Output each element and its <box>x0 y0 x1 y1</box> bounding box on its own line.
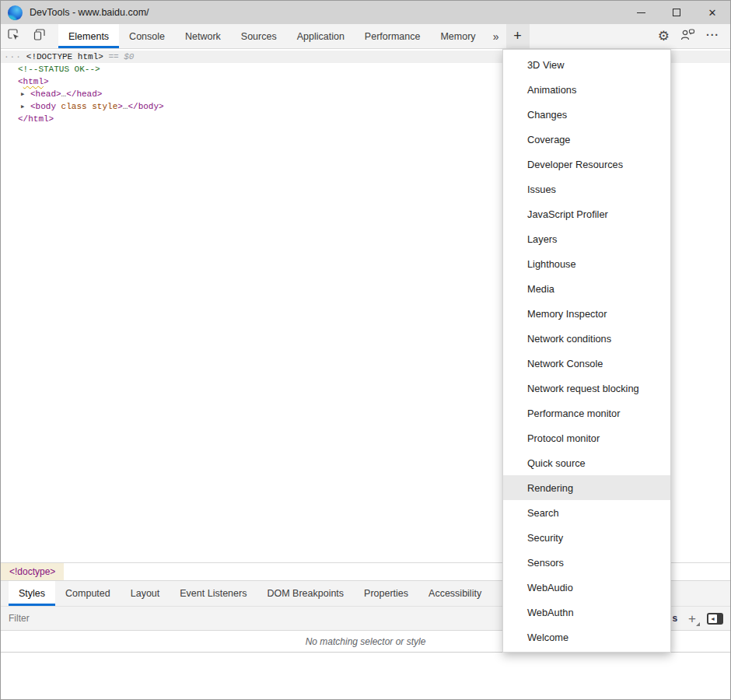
menu-item-welcome[interactable]: Welcome <box>503 625 670 649</box>
menu-item-coverage[interactable]: Coverage <box>503 127 670 152</box>
code-segment: class style <box>56 102 117 111</box>
window-title: DevTools - www.baidu.com/ <box>30 7 149 18</box>
menu-item-layers[interactable]: Layers <box>503 226 670 251</box>
menu-item-developer-resources[interactable]: Developer Resources <box>503 152 670 177</box>
tab-memory[interactable]: Memory <box>430 24 485 48</box>
ellipsis-icon: ··· <box>706 29 719 41</box>
more-tabs-button[interactable]: » <box>486 24 506 48</box>
code-segment: < <box>18 77 23 86</box>
plus-icon: + <box>688 611 696 626</box>
close-button[interactable]: ✕ <box>694 1 730 24</box>
menu-item-protocol-monitor[interactable]: Protocol monitor <box>503 425 670 450</box>
gear-icon: ⚙ <box>658 29 670 44</box>
device-emulation-button[interactable] <box>26 24 52 48</box>
toggle-element-classes-button[interactable]: s <box>672 613 677 624</box>
device-emulation-icon <box>33 28 46 44</box>
menu-item-webaudio[interactable]: WebAudio <box>503 575 670 600</box>
menu-item-network-console[interactable]: Network Console <box>503 351 670 376</box>
toolbar-tab-strip: ElementsConsoleNetworkSourcesApplication… <box>58 24 486 48</box>
styles-filter-input[interactable] <box>9 613 242 624</box>
plus-icon: + <box>513 28 522 44</box>
tab-sources[interactable]: Sources <box>231 24 287 48</box>
code-segment: html <box>23 77 44 86</box>
breadcrumb-item-doctype[interactable]: <!doctype> <box>1 563 64 580</box>
guide-dots: ··· <box>4 52 22 61</box>
code-segment: … <box>123 102 128 111</box>
menu-item-lighthouse[interactable]: Lighthouse <box>503 251 670 276</box>
chevron-double-right-icon: » <box>493 30 499 43</box>
more-tools-menu: 3D ViewAnimationsChangesCoverageDevelope… <box>502 49 671 653</box>
expand-arrow-icon[interactable]: ▶ <box>21 103 30 110</box>
tab-dom-breakpoints[interactable]: DOM Breakpoints <box>257 581 354 606</box>
tab-application[interactable]: Application <box>287 24 355 48</box>
code-segment: … <box>61 89 67 99</box>
menu-item-changes[interactable]: Changes <box>503 102 670 127</box>
devtools-toolbar: ElementsConsoleNetworkSourcesApplication… <box>1 24 730 49</box>
menu-item-media[interactable]: Media <box>503 276 670 301</box>
menu-item-performance-monitor[interactable]: Performance monitor <box>503 401 670 425</box>
title-bar: DevTools - www.baidu.com/ ✕ <box>1 1 730 24</box>
code-segment: <body <box>30 102 56 111</box>
menu-item-3d-view[interactable]: 3D View <box>503 52 670 77</box>
new-style-rule-button[interactable]: + <box>687 612 698 625</box>
menu-item-quick-source[interactable]: Quick source <box>503 450 670 475</box>
menu-item-issues[interactable]: Issues <box>503 177 670 201</box>
inspect-cursor-icon <box>7 28 20 44</box>
maximize-icon <box>673 9 680 16</box>
menu-item-search[interactable]: Search <box>503 500 670 525</box>
code-segment: <!DOCTYPE html> <box>26 52 103 61</box>
empty-message: No matching selector or style <box>306 636 426 647</box>
code-segment: > <box>44 77 49 86</box>
tab-elements[interactable]: Elements <box>58 24 119 48</box>
menu-item-sensors[interactable]: Sensors <box>503 550 670 575</box>
code-segment: </html> <box>18 114 54 124</box>
code-segment: $0 <box>124 52 134 61</box>
tab-console[interactable]: Console <box>119 24 175 48</box>
menu-item-rendering[interactable]: Rendering <box>503 475 670 500</box>
feedback-button[interactable] <box>680 28 695 44</box>
devtools-window: DevTools - www.baidu.com/ ✕ <box>0 0 731 700</box>
minimize-button[interactable] <box>623 1 659 24</box>
code-segment: </body> <box>128 102 163 111</box>
expand-arrow-icon[interactable]: ▶ <box>21 91 30 97</box>
menu-item-animations[interactable]: Animations <box>503 77 670 102</box>
menu-item-webauthn[interactable]: WebAuthn <box>503 600 670 625</box>
edge-logo-icon <box>8 5 23 20</box>
menu-item-network-conditions[interactable]: Network conditions <box>503 326 670 351</box>
code-segment: <!--STATUS OK--> <box>18 65 100 74</box>
tab-styles[interactable]: Styles <box>9 581 55 606</box>
close-icon: ✕ <box>708 8 717 18</box>
menu-item-network-request-blocking[interactable]: Network request blocking <box>503 376 670 401</box>
menu-item-javascript-profiler[interactable]: JavaScript Profiler <box>503 201 670 226</box>
toolbar-right-actions: ⚙ ··· <box>658 24 730 48</box>
window-controls: ✕ <box>623 1 730 24</box>
tab-computed[interactable]: Computed <box>55 581 121 606</box>
tab-accessibility[interactable]: Accessibility <box>418 581 491 606</box>
add-tool-button[interactable]: + <box>506 24 530 48</box>
tab-event-listeners[interactable]: Event Listeners <box>170 581 257 606</box>
menu-item-security[interactable]: Security <box>503 525 670 550</box>
maximize-button[interactable] <box>659 1 694 24</box>
tab-network[interactable]: Network <box>175 24 231 48</box>
code-segment: == <box>103 52 124 61</box>
toolbar-spacer <box>530 24 658 48</box>
menu-item-memory-inspector[interactable]: Memory Inspector <box>503 301 670 326</box>
inspect-element-button[interactable] <box>1 24 26 48</box>
tab-layout[interactable]: Layout <box>121 581 170 606</box>
more-options-button[interactable]: ··· <box>706 30 719 44</box>
toggle-computed-sidebar-icon[interactable] <box>707 613 723 625</box>
code-segment: </head> <box>66 89 102 99</box>
tab-performance[interactable]: Performance <box>355 24 431 48</box>
minimize-icon <box>637 12 645 13</box>
code-segment: > <box>117 102 123 111</box>
code-segment: <head> <box>30 89 61 99</box>
tab-properties[interactable]: Properties <box>354 581 418 606</box>
settings-button[interactable]: ⚙ <box>658 30 670 43</box>
feedback-person-icon <box>680 30 695 44</box>
styles-filter-actions: s + <box>672 612 730 625</box>
